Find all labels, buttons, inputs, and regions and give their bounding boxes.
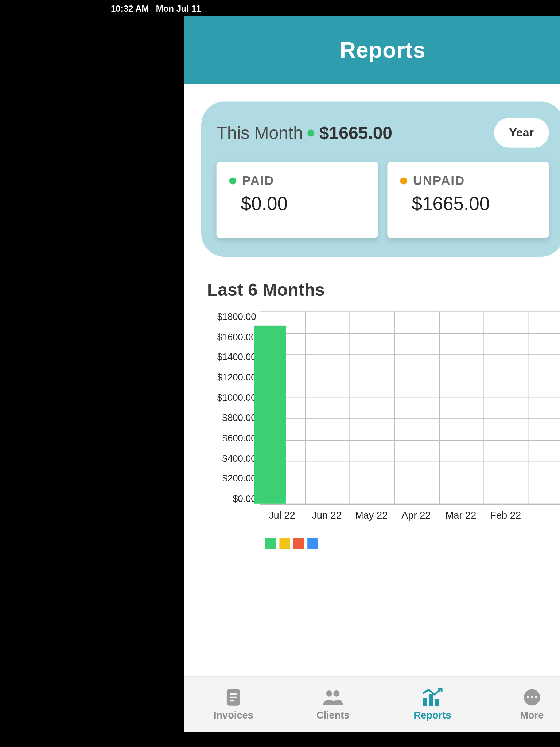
status-time: 10:32 AM (111, 3, 149, 13)
paid-label: PAID (242, 173, 274, 189)
legend-swatch (293, 538, 304, 549)
x-tick: Apr 22 (394, 510, 439, 522)
status-dot-icon (308, 129, 315, 136)
svg-rect-3 (230, 700, 234, 701)
last6-chart: $1800.00$1600.00$1400.00$1200.00$1000.00… (201, 311, 560, 504)
tab-reports-label: Reports (414, 709, 451, 721)
tab-reports[interactable]: Reports (383, 676, 482, 732)
period-toggle-button[interactable]: Year (494, 118, 549, 148)
unpaid-card[interactable]: UNPAID $1665.00 (387, 162, 549, 238)
tab-clients-label: Clients (316, 709, 350, 721)
clients-icon (321, 687, 345, 707)
paid-dot-icon (229, 177, 236, 184)
tab-clients[interactable]: Clients (283, 676, 383, 732)
app-frame: Reports This Month $1665.00 Year (184, 16, 560, 732)
summary-period-label: This Month (217, 123, 303, 143)
y-tick: $800.00 (222, 413, 256, 423)
unpaid-dot-icon (400, 177, 407, 184)
x-tick: Jun 22 (304, 510, 349, 522)
svg-point-12 (535, 696, 537, 698)
paid-card[interactable]: PAID $0.00 (217, 162, 378, 238)
y-tick: $1800.00 (217, 311, 256, 322)
y-tick: $0.00 (233, 494, 256, 504)
page-title: Reports (340, 38, 425, 63)
y-tick: $1200.00 (217, 372, 256, 383)
svg-point-4 (326, 690, 332, 696)
month-summary-card: This Month $1665.00 Year PAID $0.00 (201, 101, 560, 257)
chart-bar (254, 325, 286, 503)
y-tick: $1400.00 (217, 352, 256, 363)
unpaid-value: $1665.00 (400, 193, 536, 215)
app-header: Reports (184, 16, 560, 84)
x-tick: May 22 (349, 510, 394, 522)
y-tick: $600.00 (222, 433, 256, 444)
paid-value: $0.00 (229, 193, 365, 215)
y-tick: $1000.00 (217, 392, 256, 403)
legend-swatch (265, 538, 276, 549)
invoice-icon (222, 687, 245, 707)
svg-rect-2 (230, 696, 237, 698)
svg-rect-8 (435, 699, 439, 706)
y-tick: $1600.00 (217, 332, 256, 342)
svg-rect-6 (423, 698, 427, 706)
legend-swatch (307, 538, 318, 549)
reports-icon (421, 687, 444, 707)
summary-total-amount: $1665.00 (319, 123, 392, 143)
status-date: Mon Jul 11 (156, 3, 201, 13)
status-bar: 10:32 AM Mon Jul 11 94% (105, 0, 560, 16)
tab-invoices-label: Invoices (214, 709, 253, 721)
legend-swatch (279, 538, 290, 549)
section-last6-title: Last 6 Months (207, 280, 560, 300)
svg-point-5 (333, 690, 339, 696)
tab-invoices[interactable]: Invoices (184, 676, 283, 732)
svg-point-10 (526, 696, 529, 698)
y-tick: $200.00 (222, 473, 256, 484)
unpaid-label: UNPAID (413, 173, 465, 189)
tab-bar: Invoices Clients Reports More (184, 676, 560, 732)
svg-point-11 (531, 696, 533, 698)
x-tick: Mar 22 (439, 510, 483, 522)
chart-legend (265, 538, 560, 549)
summary-title: This Month $1665.00 (217, 123, 392, 143)
chart-plot-area (260, 311, 560, 504)
svg-rect-1 (230, 693, 237, 695)
x-tick: Jul 22 (260, 510, 304, 522)
more-icon (520, 687, 544, 707)
x-tick: Feb 22 (483, 510, 528, 522)
tab-more-label: More (520, 709, 544, 721)
svg-rect-7 (429, 694, 433, 706)
y-tick: $400.00 (222, 453, 256, 464)
tab-more[interactable]: More (482, 676, 560, 732)
